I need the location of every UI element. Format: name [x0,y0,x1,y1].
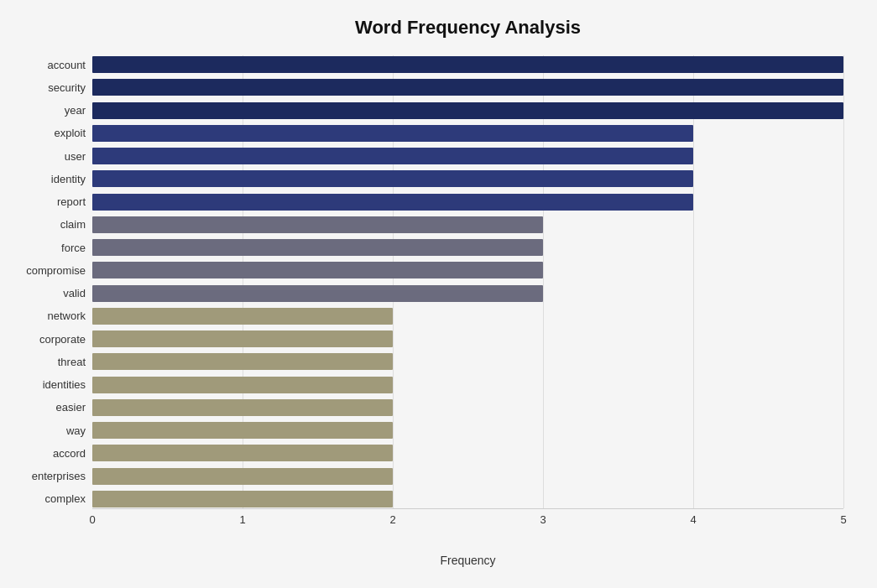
bar-row: report [92,193,843,211]
bar-row: identity [92,169,843,188]
bar [92,239,543,256]
bar-row: force [92,238,843,257]
bar-label: claim [13,218,92,231]
bar-label: report [13,195,92,208]
bar-label: compromise [13,264,92,277]
bar [92,285,543,302]
bar-row: exploit [92,124,843,143]
bar-row: accord [92,444,843,462]
x-tick: 3 [540,513,546,526]
gridline [843,55,844,508]
bar-row: enterprises [92,467,843,486]
bar [92,148,693,164]
chart-container: Word Frequency Analysis accountsecurityy… [0,0,877,588]
bar [92,125,693,142]
bar-label: network [13,310,92,322]
bar-label: year [13,104,92,117]
bar [92,194,693,211]
bar [92,468,393,485]
bar-row: compromise [92,261,843,279]
bar [92,330,393,347]
bar-label: easier [13,401,92,414]
bar-label: accord [13,447,92,460]
bar-row: user [92,147,843,165]
bar [92,262,543,278]
x-axis-label: Frequency [440,554,495,567]
bar-label: corporate [13,333,92,346]
x-tick: 4 [690,513,696,526]
bar [92,353,393,370]
bar-row: identities [92,376,843,394]
bar [92,102,843,119]
chart-title: Word Frequency Analysis [92,17,843,39]
bar [92,399,393,416]
bar-label: valid [13,287,92,299]
bar-row: valid [92,284,843,303]
bar-row: corporate [92,330,843,348]
bar [92,216,543,233]
bar-label: enterprises [13,470,92,482]
x-tick: 0 [89,513,95,526]
bar [92,422,393,439]
x-axis: Frequency 012345 [92,508,843,542]
bar [92,170,693,187]
bar-row: easier [92,398,843,417]
bar-row: account [92,55,843,74]
bar-row: network [92,307,843,325]
bar-label: force [13,242,92,254]
bar-label: way [13,424,92,437]
bar [92,491,393,507]
bar-label: account [13,59,92,71]
bar-label: threat [13,356,92,368]
bar-row: security [92,78,843,96]
bar [92,79,843,96]
bar-label: security [13,81,92,94]
bar [92,56,843,73]
bar-label: identities [13,378,92,391]
bar [92,308,393,325]
bar-label: identity [13,173,92,185]
x-tick: 5 [840,513,846,526]
bar [92,377,393,393]
x-tick: 2 [389,513,395,526]
x-tick: 1 [239,513,245,526]
bar-label: complex [13,492,92,505]
bar-row: complex [92,490,843,508]
bar-row: way [92,421,843,440]
bar-row: claim [92,216,843,234]
chart-area: accountsecurityyearexploituseridentityre… [92,55,843,542]
bar-label: user [13,150,92,163]
bars-container: accountsecurityyearexploituseridentityre… [92,55,843,508]
bar [92,445,393,461]
bar-row: threat [92,352,843,371]
bar-row: year [92,101,843,120]
bar-label: exploit [13,127,92,139]
